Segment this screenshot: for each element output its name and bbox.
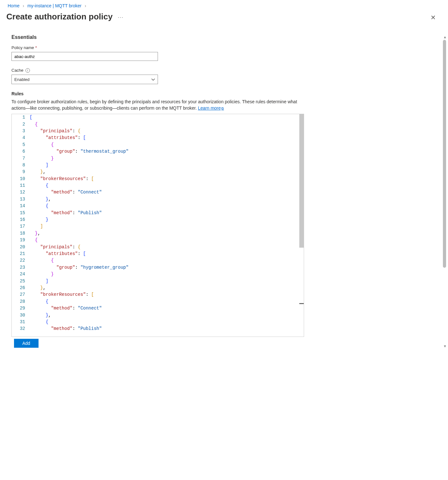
page-title: Create authorization policy xyxy=(6,12,113,22)
policy-name-input[interactable] xyxy=(11,52,158,61)
close-icon[interactable]: ✕ xyxy=(428,12,438,23)
info-icon[interactable]: i xyxy=(25,68,30,73)
cache-label: Cache i xyxy=(11,68,326,73)
policy-name-label: Policy name* xyxy=(11,45,326,50)
chevron-right-icon: › xyxy=(85,3,86,8)
page-scrollbar[interactable] xyxy=(443,40,446,268)
scroll-down-icon[interactable]: ▼ xyxy=(443,344,447,348)
rules-heading: Rules xyxy=(11,91,326,96)
external-link-icon: ⧉ xyxy=(221,106,224,110)
scroll-up-icon[interactable]: ▲ xyxy=(443,35,447,39)
chevron-down-icon xyxy=(151,77,155,82)
breadcrumb: Home › my-instance | MQTT broker › xyxy=(0,0,448,10)
chevron-right-icon: › xyxy=(23,3,24,8)
cache-select-value: Enabled xyxy=(14,77,30,82)
essentials-heading: Essentials xyxy=(11,34,326,40)
breadcrumb-item-instance[interactable]: my-instance | MQTT broker xyxy=(27,3,82,8)
editor-minimap-mark xyxy=(299,303,304,304)
editor-scrollbar[interactable] xyxy=(299,114,304,248)
rules-json-editor[interactable]: 1234567891011121314151617181920212223242… xyxy=(11,114,304,337)
learn-more-link[interactable]: Learn more⧉ xyxy=(198,105,224,111)
breadcrumb-item-home[interactable]: Home xyxy=(8,3,19,8)
required-indicator: * xyxy=(35,45,37,50)
more-actions-icon[interactable]: ··· xyxy=(118,14,124,21)
rules-description: To configure broker authorization rules,… xyxy=(11,99,298,111)
add-button[interactable]: Add xyxy=(14,339,39,348)
cache-select[interactable]: Enabled xyxy=(11,75,158,84)
